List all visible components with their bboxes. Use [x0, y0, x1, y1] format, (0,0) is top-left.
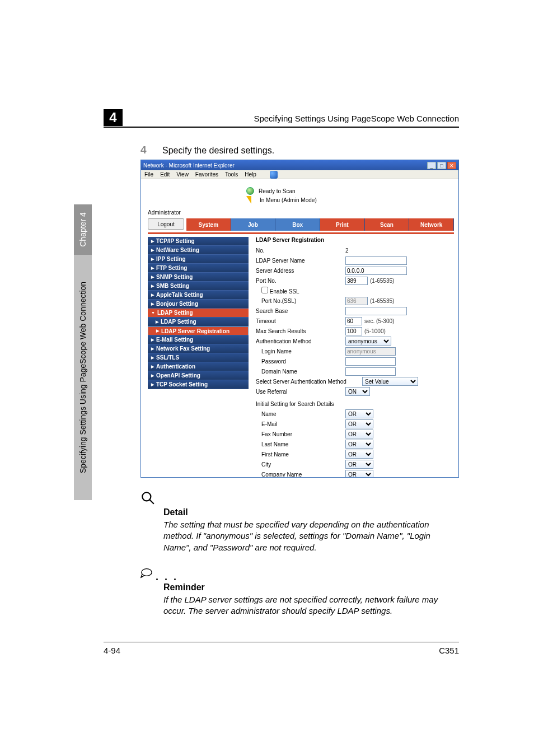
timeout-label: Timeout [256, 318, 345, 324]
domain-input[interactable] [345, 367, 396, 376]
tab-system[interactable]: System [186, 218, 231, 231]
tab-scan[interactable]: Scan [365, 218, 410, 231]
nav-ipp[interactable]: IPP Setting [148, 255, 249, 264]
use-referral-select[interactable]: ON [345, 387, 370, 396]
detail-email-select[interactable]: OR [345, 419, 373, 428]
status-ready-text: Ready to Scan [259, 188, 296, 194]
browser-menubar: File Edit View Favorites Tools Help [141, 170, 458, 179]
port-label: Port No. [256, 278, 345, 284]
svg-point-0 [142, 492, 151, 501]
form-title: LDAP Server Registration [256, 237, 454, 243]
menu-view[interactable]: View [176, 171, 189, 178]
footer-rule [104, 642, 459, 642]
minimize-button[interactable]: _ [427, 162, 436, 169]
server-addr-label: Server Address [256, 268, 345, 274]
menu-file[interactable]: File [144, 171, 153, 178]
nav-ftp[interactable]: FTP Setting [148, 264, 249, 273]
tab-print[interactable]: Print [320, 218, 365, 231]
nav-ldap-setting[interactable]: LDAP Setting [148, 318, 249, 326]
select-auth-select[interactable]: Set Value [362, 377, 418, 386]
no-label: No. [256, 248, 345, 254]
menu-help[interactable]: Help [245, 171, 256, 178]
max-results-input[interactable] [345, 327, 362, 335]
nav-ssl[interactable]: SSL/TLS [148, 353, 249, 362]
server-name-input[interactable] [345, 256, 407, 265]
no-value: 2 [345, 248, 349, 254]
status-menu-text: In Menu (Admin Mode) [260, 197, 317, 203]
nav-ldap-server-registration[interactable]: LDAP Server Registration [148, 326, 249, 335]
nav-snmp[interactable]: SNMP Setting [148, 273, 249, 282]
detail-city-label: City [256, 461, 345, 468]
device-status: Ready to Scan In Menu (Admin Mode) [246, 187, 317, 204]
port-ssl-range: (1-65535) [370, 298, 394, 304]
timeout-input[interactable] [345, 317, 362, 325]
search-base-label: Search Base [256, 308, 345, 314]
initial-setting-label: Initial Setting for Search Details [256, 401, 362, 407]
tab-network[interactable]: Network [409, 218, 454, 231]
select-auth-label: Select Server Authentication Method [256, 379, 362, 385]
screenshot-window: Network - Microsoft Internet Explorer _ … [140, 160, 459, 478]
logout-button[interactable]: Logout [148, 218, 184, 230]
enable-ssl-label: Enable SSL [270, 288, 299, 295]
side-nav: TCP/IP Setting NetWare Setting IPP Setti… [148, 237, 249, 389]
maximize-button[interactable]: □ [437, 162, 446, 169]
detail-company-label: Company Name [256, 472, 345, 478]
status-warning-icon [246, 196, 251, 204]
port-range: (1-65535) [370, 278, 394, 284]
enable-ssl-checkbox[interactable] [261, 287, 268, 293]
password-input[interactable] [345, 357, 396, 366]
footer-model: C351 [439, 646, 459, 655]
tab-box[interactable]: Box [275, 218, 320, 231]
nav-tcpip[interactable]: TCP/IP Setting [148, 237, 249, 246]
detail-heading: Detail [163, 507, 188, 517]
reminder-dots: . . . [156, 571, 178, 583]
ie-logo-icon [270, 171, 278, 179]
magnifier-icon [140, 491, 155, 505]
reminder-icon [140, 566, 155, 581]
step-number: 4 [140, 144, 147, 156]
nav-smb[interactable]: SMB Setting [148, 282, 249, 291]
menu-favorites[interactable]: Favorites [195, 171, 218, 178]
port-input[interactable] [345, 277, 368, 285]
admin-mode-label: Administrator [148, 209, 181, 216]
ldap-form: LDAP Server Registration No.2 LDAP Serve… [256, 237, 454, 473]
side-section-tab: Specifying Settings Using PageScope Web … [74, 255, 92, 500]
detail-firstname-select[interactable]: OR [345, 450, 373, 459]
detail-fax-label: Fax Number [256, 431, 345, 437]
nav-appletalk[interactable]: AppleTalk Setting [148, 291, 249, 300]
reminder-body: If the LDAP server settings are not spec… [163, 594, 460, 617]
detail-city-select[interactable]: OR [345, 460, 373, 469]
search-base-input[interactable] [345, 307, 407, 315]
header-rule [104, 127, 459, 128]
max-results-suffix: (5-1000) [364, 328, 386, 334]
side-chapter-tab: Chapter 4 [74, 204, 92, 255]
nav-netfax[interactable]: Network Fax Setting [148, 344, 249, 353]
server-name-label: LDAP Server Name [256, 258, 345, 264]
nav-tcpsocket[interactable]: TCP Socket Setting [148, 380, 249, 389]
svg-point-2 [142, 569, 152, 576]
menu-tools[interactable]: Tools [225, 171, 238, 178]
nav-ldap[interactable]: LDAP Setting [148, 309, 249, 318]
use-referral-label: Use Referral [256, 389, 345, 395]
auth-method-select[interactable]: anonymous [345, 337, 391, 346]
port-ssl-label: Port No.(SSL) [256, 298, 345, 304]
tab-job[interactable]: Job [231, 218, 276, 231]
nav-email[interactable]: E-Mail Setting [148, 335, 249, 344]
menu-edit[interactable]: Edit [160, 171, 170, 178]
max-results-label: Max Search Results [256, 328, 345, 334]
detail-fax-select[interactable]: OR [345, 430, 373, 438]
page-header-title: Specifying Settings Using PageScope Web … [190, 114, 459, 123]
detail-lastname-label: Last Name [256, 441, 345, 447]
nav-auth[interactable]: Authentication [148, 362, 249, 371]
detail-name-select[interactable]: OR [345, 409, 373, 418]
status-ready-icon [246, 187, 254, 195]
close-button[interactable]: ✕ [447, 162, 456, 169]
chapter-number-badge: 4 [104, 109, 123, 126]
nav-bonjour[interactable]: Bonjour Setting [148, 300, 249, 309]
window-titlebar: Network - Microsoft Internet Explorer _ … [141, 160, 458, 170]
detail-lastname-select[interactable]: OR [345, 440, 373, 449]
nav-openapi[interactable]: OpenAPI Setting [148, 371, 249, 380]
detail-company-select[interactable]: OR [345, 470, 373, 477]
nav-netware[interactable]: NetWare Setting [148, 246, 249, 255]
server-addr-input[interactable] [345, 267, 407, 275]
